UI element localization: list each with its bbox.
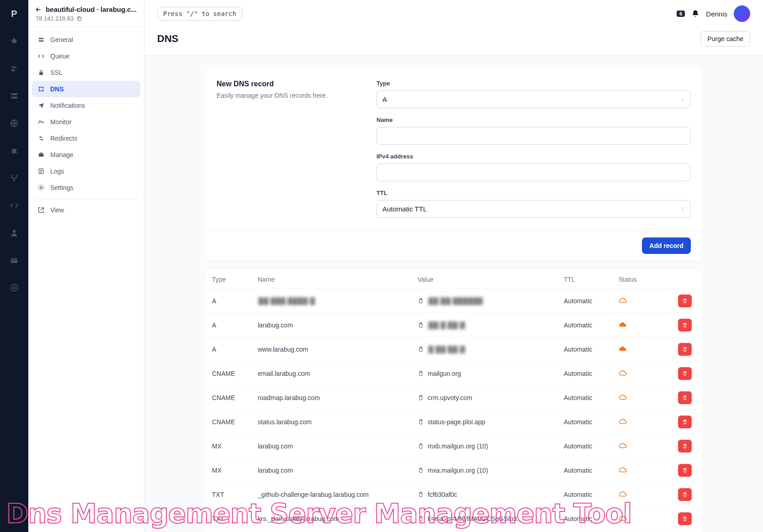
cell-value: mailgun.org <box>418 370 564 377</box>
delete-record-button[interactable] <box>678 319 692 332</box>
cell-ttl: Automatic <box>564 442 619 450</box>
sidebar-item-dns[interactable]: DNS <box>32 81 140 97</box>
sidebar-item-redirects[interactable]: Redirects <box>32 130 140 147</box>
rail-card-icon[interactable] <box>5 251 23 269</box>
cloud-outline-icon[interactable] <box>619 369 627 377</box>
notifications-icon <box>37 102 45 109</box>
breadcrumb-text: beautiful-cloud · larabug.c... <box>46 5 137 13</box>
rail-globe-icon[interactable] <box>5 114 23 132</box>
sidebar: beautiful-cloud · larabug.c... 78.141.21… <box>28 0 144 532</box>
sidebar-item-logs[interactable]: Logs <box>32 163 140 179</box>
avatar[interactable] <box>734 5 750 22</box>
table-row: MX larabug.com mxb.mailgun.org (10) Auto… <box>205 434 703 458</box>
ttl-select[interactable]: Automatic TTL <box>376 200 691 218</box>
nav-label: General <box>50 36 73 43</box>
clipboard-icon[interactable] <box>418 419 424 425</box>
cloud-outline-icon[interactable] <box>619 466 627 474</box>
cloud-outline-icon[interactable] <box>619 514 627 522</box>
ipv4-input[interactable] <box>376 163 691 181</box>
nav: GeneralQueueSSLDNSNotificationsMonitorRe… <box>28 27 144 223</box>
purge-cache-button[interactable]: Purge cache <box>700 31 750 47</box>
rail-bug-icon[interactable] <box>5 142 23 160</box>
monitor-icon <box>37 118 45 126</box>
breadcrumb[interactable]: beautiful-cloud · larabug.c... <box>35 5 138 13</box>
sidebar-item-manage[interactable]: Manage <box>32 147 140 163</box>
svg-rect-17 <box>39 72 43 75</box>
nav-label: DNS <box>50 85 64 93</box>
cell-value: mxa.mailgun.org (10) <box>418 467 564 474</box>
clipboard-icon[interactable] <box>418 443 424 449</box>
add-record-button[interactable]: Add record <box>642 237 691 254</box>
cell-value: k=rsa; p=MIGfMA0GCSqGSIb3... <box>418 515 564 522</box>
cell-status <box>619 490 655 500</box>
page-title: DNS <box>157 33 178 45</box>
rail-code-icon[interactable] <box>5 196 23 215</box>
clipboard-icon[interactable] <box>418 395 424 401</box>
type-select[interactable]: A <box>376 90 691 108</box>
sidebar-item-queue[interactable]: Queue <box>32 48 140 64</box>
delete-record-button[interactable] <box>678 367 692 380</box>
delete-record-button[interactable] <box>678 488 692 501</box>
delete-record-button[interactable] <box>678 343 692 356</box>
nav-label: Notifications <box>50 102 85 109</box>
search-trigger[interactable]: Press "/" to search <box>157 7 242 21</box>
rail-user-icon[interactable] <box>5 224 23 242</box>
delete-record-button[interactable] <box>678 464 692 477</box>
delete-record-button[interactable] <box>678 416 692 428</box>
table-row: CNAME roadmap.larabug.com crm.upvoty.com… <box>205 385 703 410</box>
col-status: Status <box>619 276 655 283</box>
app-logo[interactable]: P <box>5 5 23 23</box>
clipboard-icon[interactable] <box>418 322 424 328</box>
cell-name: _github-challenge-larabug.larabug.com <box>258 491 418 498</box>
cell-status <box>619 417 655 427</box>
svg-point-1 <box>15 66 16 68</box>
col-ttl: TTL <box>564 276 619 283</box>
sidebar-item-notifications[interactable]: Notifications <box>32 97 140 114</box>
sidebar-item-ssl[interactable]: SSL <box>32 64 140 81</box>
svg-point-13 <box>13 287 16 289</box>
cloud-outline-icon[interactable] <box>619 296 627 305</box>
cloud-filled-icon[interactable] <box>619 321 627 329</box>
delete-record-button[interactable] <box>678 391 692 404</box>
rail-users-icon[interactable] <box>5 59 23 78</box>
rail-server-icon[interactable] <box>5 87 23 105</box>
cloud-outline-icon[interactable] <box>619 393 627 401</box>
username[interactable]: Dennis <box>706 10 727 18</box>
sidebar-item-monitor[interactable]: Monitor <box>32 114 140 130</box>
rail-help-icon[interactable] <box>5 279 23 297</box>
manage-icon <box>37 151 45 158</box>
nav-label: Queue <box>50 53 69 60</box>
table-row: A ██.███.████ █ ██.██.██████ Automatic <box>205 289 703 313</box>
sidebar-item-view[interactable]: View <box>32 202 140 218</box>
cloud-outline-icon[interactable] <box>619 417 627 426</box>
clipboard-icon[interactable] <box>418 370 424 377</box>
clipboard-icon[interactable] <box>418 467 424 474</box>
sidebar-item-general[interactable]: General <box>32 32 140 48</box>
col-type: Type <box>212 276 258 283</box>
clipboard-icon[interactable] <box>418 516 424 522</box>
cloud-filled-icon[interactable] <box>619 345 627 353</box>
ssl-icon <box>37 69 45 76</box>
logs-icon <box>37 168 45 175</box>
cell-type: TXT <box>212 515 258 522</box>
cell-type: CNAME <box>212 418 258 426</box>
rail-network-icon[interactable] <box>5 169 23 187</box>
delete-record-button[interactable] <box>678 295 692 307</box>
clipboard-icon[interactable] <box>418 298 424 304</box>
notification-count-badge[interactable]: 6 <box>677 11 685 17</box>
cell-name: larabug.com <box>258 467 418 474</box>
sidebar-item-settings[interactable]: Settings <box>32 179 140 196</box>
name-input[interactable] <box>376 127 691 145</box>
cell-status <box>619 393 655 403</box>
clipboard-icon[interactable] <box>418 491 424 498</box>
cell-value: crm.upvoty.com <box>418 394 564 401</box>
server-ip[interactable]: 78.141.218.63 <box>35 15 138 22</box>
clipboard-icon[interactable] <box>418 346 424 353</box>
delete-record-button[interactable] <box>678 512 692 525</box>
delete-record-button[interactable] <box>678 440 692 453</box>
cloud-outline-icon[interactable] <box>619 490 627 498</box>
bell-icon[interactable] <box>691 10 699 18</box>
dns-records-table: Type Name Value TTL Status A ██.███.████… <box>205 270 703 532</box>
cloud-outline-icon[interactable] <box>619 442 627 450</box>
rail-rocket-icon[interactable] <box>5 32 23 50</box>
